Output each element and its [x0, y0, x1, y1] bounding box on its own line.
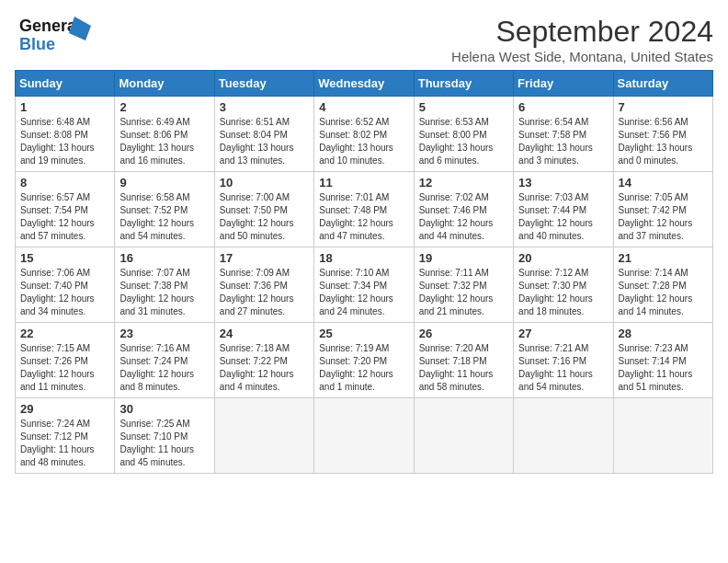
day-number: 17	[220, 251, 309, 265]
table-row: 10 Sunrise: 7:00 AMSunset: 7:50 PMDaylig…	[214, 172, 313, 247]
day-detail: Sunrise: 7:00 AMSunset: 7:50 PMDaylight:…	[220, 192, 294, 241]
table-row: 6 Sunrise: 6:54 AMSunset: 7:58 PMDayligh…	[514, 97, 613, 172]
day-detail: Sunrise: 7:03 AMSunset: 7:44 PMDaylight:…	[518, 192, 593, 241]
table-row	[613, 398, 712, 474]
table-row	[514, 398, 613, 474]
day-number: 8	[20, 176, 109, 190]
location-title: Helena West Side, Montana, United States	[451, 49, 713, 64]
day-number: 2	[119, 100, 209, 114]
table-row: 13 Sunrise: 7:03 AMSunset: 7:44 PMDaylig…	[514, 172, 613, 247]
day-number: 27	[518, 327, 608, 340]
calendar-header-tuesday: Tuesday	[214, 71, 313, 97]
table-row: 9 Sunrise: 6:58 AMSunset: 7:52 PMDayligh…	[115, 172, 214, 247]
day-number: 3	[220, 100, 309, 114]
calendar-header-thursday: Thursday	[414, 71, 513, 97]
table-row: 12 Sunrise: 7:02 AMSunset: 7:46 PMDaylig…	[414, 172, 513, 247]
day-number: 18	[319, 251, 408, 265]
table-row: 15 Sunrise: 7:06 AMSunset: 7:40 PMDaylig…	[16, 247, 115, 323]
day-detail: Sunrise: 7:16 AMSunset: 7:24 PMDaylight:…	[119, 343, 194, 392]
day-detail: Sunrise: 6:57 AMSunset: 7:54 PMDaylight:…	[20, 192, 95, 241]
table-row: 5 Sunrise: 6:53 AMSunset: 8:00 PMDayligh…	[414, 97, 513, 172]
day-number: 5	[419, 100, 508, 114]
day-number: 13	[518, 176, 608, 190]
day-detail: Sunrise: 6:51 AMSunset: 8:04 PMDaylight:…	[220, 117, 294, 166]
logo-icon: GeneralBlue	[15, 15, 97, 55]
table-row: 28 Sunrise: 7:23 AMSunset: 7:14 PMDaylig…	[613, 323, 712, 398]
day-detail: Sunrise: 6:54 AMSunset: 7:58 PMDaylight:…	[518, 117, 593, 166]
day-detail: Sunrise: 6:48 AMSunset: 8:08 PMDaylight:…	[20, 117, 95, 166]
day-detail: Sunrise: 7:11 AMSunset: 7:32 PMDaylight:…	[419, 268, 494, 316]
day-number: 29	[20, 402, 109, 416]
logo: GeneralBlue	[15, 15, 97, 55]
day-detail: Sunrise: 7:05 AMSunset: 7:42 PMDaylight:…	[619, 192, 693, 241]
table-row: 14 Sunrise: 7:05 AMSunset: 7:42 PMDaylig…	[613, 172, 712, 247]
day-detail: Sunrise: 6:56 AMSunset: 7:56 PMDaylight:…	[619, 117, 693, 166]
table-row: 30 Sunrise: 7:25 AMSunset: 7:10 PMDaylig…	[115, 398, 214, 474]
day-detail: Sunrise: 7:12 AMSunset: 7:30 PMDaylight:…	[518, 268, 593, 316]
calendar: SundayMondayTuesdayWednesdayThursdayFrid…	[15, 70, 713, 474]
table-row: 24 Sunrise: 7:18 AMSunset: 7:22 PMDaylig…	[214, 323, 313, 398]
calendar-header-sunday: Sunday	[16, 71, 115, 97]
table-row: 29 Sunrise: 7:24 AMSunset: 7:12 PMDaylig…	[16, 398, 115, 474]
table-row: 2 Sunrise: 6:49 AMSunset: 8:06 PMDayligh…	[115, 97, 214, 172]
day-detail: Sunrise: 7:10 AMSunset: 7:34 PMDaylight:…	[319, 268, 393, 316]
day-number: 20	[518, 251, 608, 265]
day-detail: Sunrise: 7:24 AMSunset: 7:12 PMDaylight:…	[20, 419, 95, 467]
table-row: 21 Sunrise: 7:14 AMSunset: 7:28 PMDaylig…	[613, 247, 712, 323]
day-number: 14	[619, 176, 708, 190]
table-row: 7 Sunrise: 6:56 AMSunset: 7:56 PMDayligh…	[613, 97, 712, 172]
table-row	[314, 398, 414, 474]
table-row: 4 Sunrise: 6:52 AMSunset: 8:02 PMDayligh…	[314, 97, 414, 172]
day-number: 16	[119, 251, 209, 265]
day-number: 11	[319, 176, 408, 190]
table-row: 8 Sunrise: 6:57 AMSunset: 7:54 PMDayligh…	[16, 172, 115, 247]
day-detail: Sunrise: 7:21 AMSunset: 7:16 PMDaylight:…	[518, 343, 593, 392]
table-row: 17 Sunrise: 7:09 AMSunset: 7:36 PMDaylig…	[214, 247, 313, 323]
calendar-header-saturday: Saturday	[613, 71, 712, 97]
day-detail: Sunrise: 7:20 AMSunset: 7:18 PMDaylight:…	[419, 343, 494, 392]
table-row: 23 Sunrise: 7:16 AMSunset: 7:24 PMDaylig…	[115, 323, 214, 398]
table-row	[214, 398, 313, 474]
month-title: September 2024	[451, 15, 713, 49]
table-row	[414, 398, 513, 474]
day-number: 30	[119, 402, 209, 416]
day-detail: Sunrise: 7:25 AMSunset: 7:10 PMDaylight:…	[119, 419, 194, 467]
title-block: September 2024 Helena West Side, Montana…	[451, 15, 713, 64]
day-number: 19	[419, 251, 508, 265]
day-detail: Sunrise: 7:15 AMSunset: 7:26 PMDaylight:…	[20, 343, 95, 392]
day-detail: Sunrise: 7:02 AMSunset: 7:46 PMDaylight:…	[419, 192, 494, 241]
calendar-header-wednesday: Wednesday	[314, 71, 414, 97]
day-number: 24	[220, 327, 309, 340]
day-detail: Sunrise: 6:52 AMSunset: 8:02 PMDaylight:…	[319, 117, 393, 166]
day-number: 15	[20, 251, 109, 265]
day-detail: Sunrise: 7:01 AMSunset: 7:48 PMDaylight:…	[319, 192, 393, 241]
day-detail: Sunrise: 7:09 AMSunset: 7:36 PMDaylight:…	[220, 268, 294, 316]
table-row: 16 Sunrise: 7:07 AMSunset: 7:38 PMDaylig…	[115, 247, 214, 323]
day-detail: Sunrise: 7:19 AMSunset: 7:20 PMDaylight:…	[319, 343, 393, 392]
day-detail: Sunrise: 7:07 AMSunset: 7:38 PMDaylight:…	[119, 268, 194, 316]
day-number: 22	[20, 327, 109, 340]
day-number: 10	[220, 176, 309, 190]
table-row: 3 Sunrise: 6:51 AMSunset: 8:04 PMDayligh…	[214, 97, 313, 172]
day-number: 12	[419, 176, 508, 190]
table-row: 11 Sunrise: 7:01 AMSunset: 7:48 PMDaylig…	[314, 172, 414, 247]
table-row: 26 Sunrise: 7:20 AMSunset: 7:18 PMDaylig…	[414, 323, 513, 398]
page-header: GeneralBlue September 2024 Helena West S…	[15, 15, 713, 64]
day-number: 28	[619, 327, 708, 340]
table-row: 27 Sunrise: 7:21 AMSunset: 7:16 PMDaylig…	[514, 323, 613, 398]
day-number: 23	[119, 327, 209, 340]
day-number: 1	[20, 100, 109, 114]
day-number: 7	[619, 100, 708, 114]
day-detail: Sunrise: 6:49 AMSunset: 8:06 PMDaylight:…	[119, 117, 194, 166]
day-number: 25	[319, 327, 408, 340]
day-number: 9	[119, 176, 209, 190]
table-row: 1 Sunrise: 6:48 AMSunset: 8:08 PMDayligh…	[16, 97, 115, 172]
day-number: 6	[518, 100, 608, 114]
calendar-header-monday: Monday	[115, 71, 214, 97]
table-row: 25 Sunrise: 7:19 AMSunset: 7:20 PMDaylig…	[314, 323, 414, 398]
day-detail: Sunrise: 6:58 AMSunset: 7:52 PMDaylight:…	[119, 192, 194, 241]
calendar-header-friday: Friday	[514, 71, 613, 97]
day-number: 4	[319, 100, 408, 114]
table-row: 18 Sunrise: 7:10 AMSunset: 7:34 PMDaylig…	[314, 247, 414, 323]
table-row: 20 Sunrise: 7:12 AMSunset: 7:30 PMDaylig…	[514, 247, 613, 323]
